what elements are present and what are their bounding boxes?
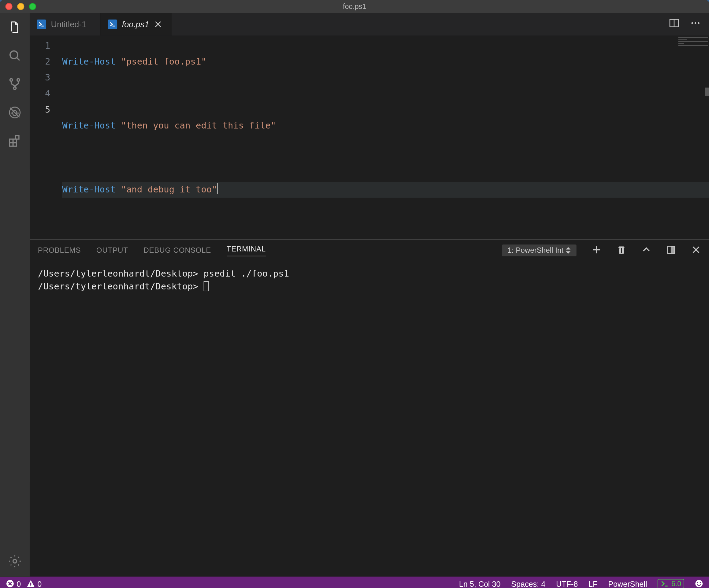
svg-rect-15 [15,135,19,139]
svg-marker-27 [566,252,571,254]
maximize-panel-icon[interactable] [666,245,676,256]
terminal-selector-label: 1: PowerShell Int [507,246,563,255]
close-window-button[interactable] [5,3,12,10]
kill-terminal-icon[interactable] [616,245,626,256]
new-terminal-icon[interactable] [592,245,601,256]
svg-point-24 [694,22,697,24]
text-editor[interactable]: 1 2 3 4 5 Write-Host "psedit foo.ps1" Wr… [30,35,709,239]
status-bar: 0 0 Ln 5, Col 30 Spaces: 4 UTF-8 LF Powe… [0,577,709,588]
line-number: 3 [30,70,62,86]
activity-bar [0,13,30,577]
terminal-cursor [204,281,209,291]
code-token: "then you can edit this file" [121,120,276,131]
line-number: 4 [30,86,62,102]
svg-point-42 [697,582,698,583]
search-icon[interactable] [6,47,23,64]
svg-line-1 [17,57,20,60]
close-tab-icon[interactable] [154,20,162,28]
panel-tab-terminal[interactable]: TERMINAL [227,245,266,256]
settings-gear-icon[interactable] [6,553,23,569]
status-errors[interactable]: 0 [6,579,21,588]
titlebar[interactable]: foo.ps1 [0,0,709,13]
terminal-line: /Users/tylerleonhardt/Desktop> psedit ./… [38,268,289,279]
svg-point-23 [691,22,693,24]
tab-foo-ps1[interactable]: foo.ps1 [101,13,172,36]
powershell-file-icon [108,20,117,29]
status-feedback-icon[interactable] [695,580,703,588]
svg-point-3 [17,79,20,81]
line-number: 2 [30,54,62,70]
window-title: foo.ps1 [0,2,709,11]
panel-tab-output[interactable]: OUTPUT [96,246,128,255]
minimap[interactable] [678,37,708,46]
warning-count: 0 [37,579,42,588]
svg-rect-31 [671,246,675,253]
svg-point-0 [10,51,18,58]
scrollbar-marker[interactable] [705,87,709,96]
source-control-icon[interactable] [6,76,23,93]
text-cursor [217,183,218,194]
extensions-icon[interactable] [6,132,23,149]
status-cursor-position[interactable]: Ln 5, Col 30 [459,579,501,588]
status-warnings[interactable]: 0 [27,579,42,588]
error-count: 0 [17,579,21,588]
code-token: "and debug it too" [121,184,217,195]
tab-label: Untitled-1 [51,20,86,29]
svg-point-41 [695,580,703,587]
zoom-window-button[interactable] [29,3,36,10]
svg-point-25 [698,22,700,24]
status-language-mode[interactable]: PowerShell [608,579,647,588]
tab-label: foo.ps1 [122,20,149,29]
code-token: Write-Host [62,120,115,131]
line-number: 5 [30,102,62,118]
svg-point-16 [13,560,17,563]
code-token: Write-Host [62,184,115,195]
status-encoding[interactable]: UTF-8 [556,579,578,588]
svg-point-2 [10,79,13,81]
more-actions-icon[interactable] [690,18,701,31]
split-editor-icon[interactable] [669,18,680,31]
powershell-version-text: 6.0 [672,580,681,588]
explorer-icon[interactable] [6,19,23,35]
code-token: Write-Host [62,56,115,67]
line-number-gutter: 1 2 3 4 5 [30,35,62,239]
code-token: "psedit foo.ps1" [121,56,207,67]
editor-group: Untitled-1 foo.ps1 [30,13,709,577]
svg-marker-26 [566,247,571,250]
terminal-selector[interactable]: 1: PowerShell Int [502,245,577,256]
code-area[interactable]: Write-Host "psedit foo.ps1" Write-Host "… [62,35,709,239]
minimize-window-button[interactable] [17,3,24,10]
status-indentation[interactable]: Spaces: 4 [511,579,545,588]
powershell-file-icon [37,20,46,29]
panel-tab-problems[interactable]: PROBLEMS [38,246,81,255]
svg-rect-14 [13,143,17,146]
panel-tab-debug-console[interactable]: DEBUG CONSOLE [143,246,211,255]
terminal-line: /Users/tylerleonhardt/Desktop> [38,281,204,292]
editor-tabbar: Untitled-1 foo.ps1 [30,13,709,36]
terminal[interactable]: /Users/tylerleonhardt/Desktop> psedit ./… [30,261,709,577]
debug-icon[interactable] [6,104,23,121]
line-number: 1 [30,38,62,54]
vscode-window: foo.ps1 [0,0,709,588]
status-eol[interactable]: LF [588,579,597,588]
collapse-panel-icon[interactable] [642,245,651,256]
panel-tabbar: PROBLEMS OUTPUT DEBUG CONSOLE TERMINAL 1… [30,240,709,261]
svg-point-4 [14,87,16,90]
window-controls [0,3,36,10]
close-panel-icon[interactable] [691,245,701,256]
bottom-panel: PROBLEMS OUTPUT DEBUG CONSOLE TERMINAL 1… [30,239,709,577]
svg-point-43 [700,582,701,583]
status-powershell-version[interactable]: 6.0 [658,579,684,588]
editor-actions [669,13,709,36]
tab-untitled-1[interactable]: Untitled-1 [30,13,101,36]
svg-point-39 [30,585,31,586]
